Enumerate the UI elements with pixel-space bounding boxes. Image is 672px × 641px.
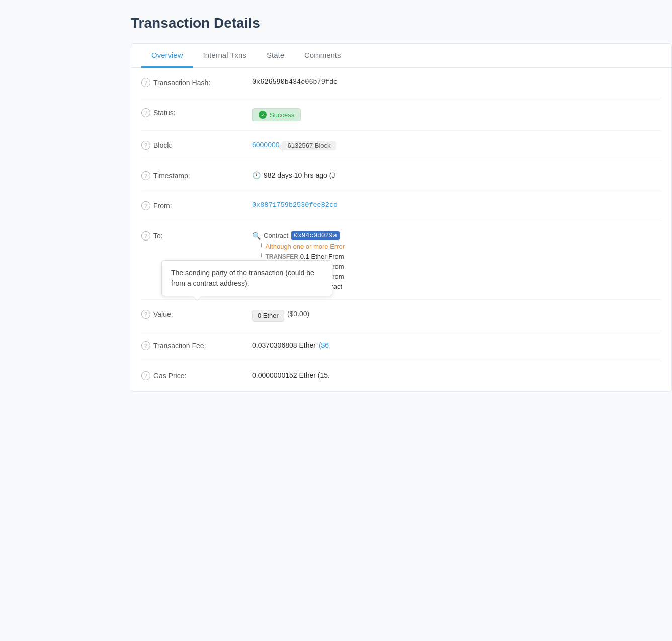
to-transfer-line-1: └ TRANSFER 0.1 Ether From (252, 253, 344, 260)
status-row: ? Status: ✓ Success (141, 98, 661, 131)
contract-magnifier-icon: 🔍 (252, 232, 261, 240)
from-help-icon[interactable]: ? (141, 201, 150, 210)
detail-rows: ? Transaction Hash: 0x626590b434e06b79fd… (131, 68, 671, 391)
tooltip-text: The sending party of the transaction (co… (171, 269, 314, 287)
tab-comments[interactable]: Comments (294, 44, 351, 68)
arrow-icon-error: └ (259, 243, 264, 250)
value-row: ? Value: 0 Ether ($0.00) (141, 300, 661, 331)
timestamp-help-icon[interactable]: ? (141, 171, 150, 180)
from-value: 0x8871759b2530fee82cd (252, 200, 661, 209)
status-badge: ✓ Success (252, 108, 301, 121)
status-value: ✓ Success (252, 107, 661, 121)
transaction-hash-help-icon[interactable]: ? (141, 78, 150, 87)
page-title: Transaction Details (131, 15, 672, 31)
timestamp-row: ? Timestamp: 🕐 982 days 10 hrs ago (J (141, 161, 661, 191)
from-address[interactable]: 0x8871759b2530fee82cd (252, 201, 338, 209)
tab-overview[interactable]: Overview (141, 44, 193, 68)
gas-price-amount: 0.0000000152 Ether (15. (252, 371, 330, 379)
clock-icon: 🕐 (252, 171, 261, 179)
to-label: ? To: (141, 230, 252, 241)
timestamp-value: 🕐 982 days 10 hrs ago (J (252, 170, 661, 179)
tooltip-box: The sending party of the transaction (co… (161, 260, 332, 296)
fee-usd: ($6 (319, 341, 329, 349)
gas-price-help-icon[interactable]: ? (141, 371, 150, 380)
tabs-container: Overview Internal Txns State Comments (131, 44, 671, 68)
contract-label: Contract (264, 232, 288, 239)
contract-address[interactable]: 0x94c0d029a (291, 231, 340, 240)
gas-price-row: ? Gas Price: 0.0000000152 Ether (15. (141, 361, 661, 391)
gas-price-value: 0.0000000152 Ether (15. (252, 370, 661, 379)
block-row: ? Block: 6000000 6132567 Block (141, 131, 661, 161)
from-label: ? From: (141, 200, 252, 210)
to-error-line: └ Although one or more Error (252, 243, 345, 250)
block-help-icon[interactable]: ? (141, 141, 150, 150)
value-value: 0 Ether ($0.00) (252, 309, 661, 322)
value-help-icon[interactable]: ? (141, 310, 150, 319)
tab-state[interactable]: State (257, 44, 294, 68)
transaction-fee-label: ? Transaction Fee: (141, 340, 252, 350)
error-text: Although one or more Error (266, 243, 345, 250)
block-confirmations-wrap: 6132567 Block (283, 141, 336, 150)
transfer-label-1: TRANSFER (266, 253, 298, 260)
timestamp-label: ? Timestamp: (141, 170, 252, 180)
value-badge: 0 Ether (252, 310, 284, 322)
to-help-icon[interactable]: ? (141, 231, 150, 241)
gas-price-label: ? Gas Price: (141, 370, 252, 380)
transaction-fee-value: 0.0370306808 Ether ($6 (252, 340, 661, 349)
status-label: ? Status: (141, 107, 252, 117)
from-row: ? From: 0x8871759b2530fee82cd (141, 191, 661, 221)
arrow-icon-transfer-1: └ (259, 253, 264, 260)
to-contract-line: 🔍 Contract 0x94c0d029a (252, 231, 340, 240)
hash-text: 0x626590b434e06b79fdc (252, 78, 338, 86)
value-label: ? Value: (141, 309, 252, 319)
status-help-icon[interactable]: ? (141, 108, 150, 117)
transaction-hash-row: ? Transaction Hash: 0x626590b434e06b79fd… (141, 68, 661, 98)
transaction-hash-value: 0x626590b434e06b79fdc (252, 77, 661, 86)
block-value: 6000000 6132567 Block (252, 140, 661, 150)
block-confirmations: 6132567 Block (283, 141, 336, 150)
check-icon: ✓ (259, 111, 267, 119)
transfer-amount-1: 0.1 Ether From (300, 253, 344, 260)
tab-internal-txns[interactable]: Internal Txns (193, 44, 257, 68)
transaction-fee-row: ? Transaction Fee: 0.0370306808 Ether ($… (141, 331, 661, 361)
block-number[interactable]: 6000000 (252, 141, 280, 149)
value-usd: ($0.00) (287, 310, 309, 318)
fee-amount: 0.0370306808 Ether (252, 341, 316, 349)
transaction-fee-help-icon[interactable]: ? (141, 341, 150, 350)
block-label: ? Block: (141, 140, 252, 150)
transaction-details-card: The sending party of the transaction (co… (131, 43, 672, 392)
transaction-hash-label: ? Transaction Hash: (141, 77, 252, 87)
